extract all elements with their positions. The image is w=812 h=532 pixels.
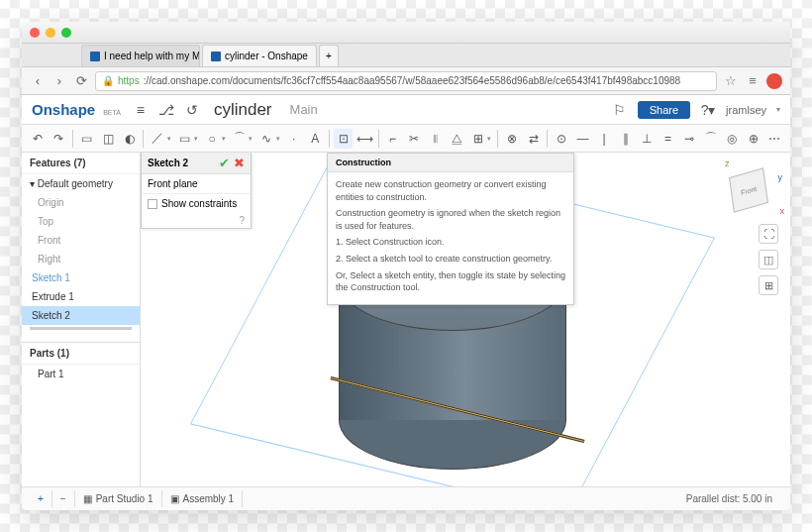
dimension-icon[interactable]: ⟷ <box>355 129 374 149</box>
parallel-icon[interactable]: ∥ <box>616 129 636 149</box>
viewport-canvas[interactable]: Sketch 2 ✔ ✖ Front plane Show constraint… <box>141 153 790 486</box>
close-window-icon[interactable] <box>30 28 40 38</box>
part-item[interactable]: Part 1 <box>22 365 140 383</box>
remove-tab-button[interactable]: − <box>52 490 75 507</box>
view-cube[interactable]: z y x Front <box>719 160 778 220</box>
hamburger-icon[interactable]: ≡ <box>133 102 149 118</box>
document-subtitle: Main <box>290 102 318 117</box>
default-geometry-item[interactable]: ▾ Default geometry <box>22 174 140 193</box>
new-tab-button[interactable]: + <box>319 45 339 66</box>
add-tab-button[interactable]: + <box>30 490 52 507</box>
browser-tab-music[interactable]: I need help with my Music <box>81 45 200 66</box>
sketch-icon[interactable]: ▭ <box>77 129 97 149</box>
app-header: OnshapeBETA ≡ ⎇ ↺ cylinder Main ⚐ Share … <box>22 95 790 125</box>
onshape-app: OnshapeBETA ≡ ⎇ ↺ cylinder Main ⚐ Share … <box>22 95 790 510</box>
tree-item[interactable]: Right <box>22 250 140 268</box>
favicon-icon <box>90 52 100 61</box>
forward-button[interactable]: › <box>51 73 67 89</box>
tree-item[interactable]: Origin <box>22 193 140 212</box>
perpendicular-icon[interactable]: ⊥ <box>637 129 657 149</box>
line-icon[interactable]: ／ <box>148 129 167 149</box>
tree-item[interactable]: Extrude 1 <box>22 287 140 306</box>
fit-view-icon[interactable]: ⛶ <box>759 224 778 244</box>
maximize-window-icon[interactable] <box>61 28 71 38</box>
rect-icon[interactable]: ▭ <box>175 129 195 149</box>
reload-button[interactable]: ⟳ <box>73 73 89 89</box>
menu-icon[interactable]: ≡ <box>745 73 761 89</box>
redo-icon[interactable]: ↷ <box>50 129 69 149</box>
help-icon[interactable]: ?▾ <box>700 102 716 118</box>
mirror-icon[interactable]: ⧋ <box>447 129 466 149</box>
construction-icon[interactable]: ⊡ <box>334 129 354 149</box>
tangent-icon[interactable]: ⌒ <box>701 129 721 149</box>
onshape-logo[interactable]: Onshape <box>32 101 95 118</box>
parts-header[interactable]: Parts (1) <box>22 343 140 365</box>
back-button[interactable]: ‹ <box>30 73 46 89</box>
section-view-icon[interactable]: ◫ <box>759 250 778 269</box>
fillet-icon[interactable]: ⌐ <box>383 129 403 149</box>
part-studio-tab[interactable]: ▦ Part Studio 1 <box>75 490 162 507</box>
concentric-icon[interactable]: ◎ <box>722 129 742 149</box>
minimize-window-icon[interactable] <box>46 28 55 38</box>
fix-icon[interactable]: ⊕ <box>744 129 763 149</box>
feature-tree: Features (7) ▾ Default geometry Origin T… <box>22 153 141 486</box>
extrude-icon[interactable]: ◫ <box>98 129 118 149</box>
tree-item[interactable]: Front <box>22 231 140 250</box>
revolve-icon[interactable]: ◐ <box>120 129 140 149</box>
browser-tab-onshape[interactable]: cylinder - Onshape <box>202 45 317 66</box>
midpoint-icon[interactable]: ⊸ <box>679 129 699 149</box>
undo-icon[interactable]: ↶ <box>28 129 48 149</box>
branch-icon[interactable]: ⎇ <box>158 102 174 118</box>
features-header[interactable]: Features (7) <box>22 153 140 174</box>
arc-icon[interactable]: ⌒ <box>230 129 250 149</box>
construction-tooltip: Construction Create new construction geo… <box>327 153 574 305</box>
tree-item-selected[interactable]: Sketch 2 <box>22 306 140 325</box>
sketch-plane-field[interactable]: Front plane <box>142 174 251 194</box>
tooltip-title: Construction <box>328 154 573 172</box>
horizontal-icon[interactable]: — <box>573 129 593 149</box>
circle-icon[interactable]: ○ <box>202 129 222 149</box>
more-icon[interactable]: ⋯ <box>764 129 784 149</box>
sketch-dialog: Sketch 2 ✔ ✖ Front plane Show constraint… <box>141 153 252 229</box>
status-bar: + − ▦ Part Studio 1 ▣ Assembly 1 Paralle… <box>22 486 790 510</box>
content-area: Features (7) ▾ Default geometry Origin T… <box>22 153 790 486</box>
sketch-dialog-title: Sketch 2 <box>148 158 219 168</box>
show-constraints-checkbox[interactable]: Show constraints <box>142 194 251 213</box>
coincident-icon[interactable]: ⊙ <box>552 129 571 149</box>
assembly-tab[interactable]: ▣ Assembly 1 <box>162 490 244 507</box>
share-button[interactable]: Share <box>638 101 690 119</box>
lock-icon: 🔒 <box>102 75 114 86</box>
offset-icon[interactable]: ⫴ <box>426 129 446 149</box>
spline-icon[interactable]: ∿ <box>256 129 276 149</box>
user-label[interactable]: jramlsey <box>726 104 766 116</box>
point-icon[interactable]: · <box>284 129 304 149</box>
url-input[interactable]: 🔒 https://cad.onshape.com/documents/fc36… <box>95 71 717 91</box>
cancel-icon[interactable]: ✖ <box>234 156 245 170</box>
status-readout: Parallel dist: 5.00 in <box>676 493 782 504</box>
transform-icon[interactable]: ⇄ <box>524 129 544 149</box>
accept-icon[interactable]: ✔ <box>219 156 230 170</box>
equal-icon[interactable]: = <box>659 129 678 149</box>
history-icon[interactable]: ↺ <box>184 102 200 118</box>
favicon-icon <box>211 52 221 61</box>
document-title[interactable]: cylinder <box>214 100 272 120</box>
titlebar <box>22 22 790 44</box>
intersect-icon[interactable]: ⊗ <box>502 129 522 149</box>
pattern-icon[interactable]: ⊞ <box>468 129 488 149</box>
bookmark-icon[interactable]: ☆ <box>723 73 739 89</box>
toolbar: ↶ ↷ ▭ ◫ ◐ ／▾ ▭▾ ○▾ ⌒▾ ∿▾ · A ⊡ ⟷ ⌐ ✂ ⫴ ⧋… <box>22 125 790 153</box>
rollback-bar[interactable] <box>30 327 132 330</box>
browser-tabs: I need help with my Music cylinder - Ons… <box>22 44 790 67</box>
notification-icon[interactable]: ⚐ <box>612 102 628 118</box>
vertical-icon[interactable]: | <box>594 129 614 149</box>
tree-item[interactable]: Top <box>22 212 140 231</box>
view-menu-icon[interactable]: ⊞ <box>759 275 778 295</box>
opera-icon[interactable] <box>766 73 782 89</box>
trim-icon[interactable]: ✂ <box>404 129 424 149</box>
tree-item[interactable]: Sketch 1 <box>22 268 140 287</box>
dialog-help-icon[interactable]: ? <box>142 213 251 228</box>
address-bar-row: ‹ › ⟳ 🔒 https://cad.onshape.com/document… <box>22 67 790 95</box>
browser-window: I need help with my Music cylinder - Ons… <box>22 22 790 510</box>
text-icon[interactable]: A <box>305 129 325 149</box>
